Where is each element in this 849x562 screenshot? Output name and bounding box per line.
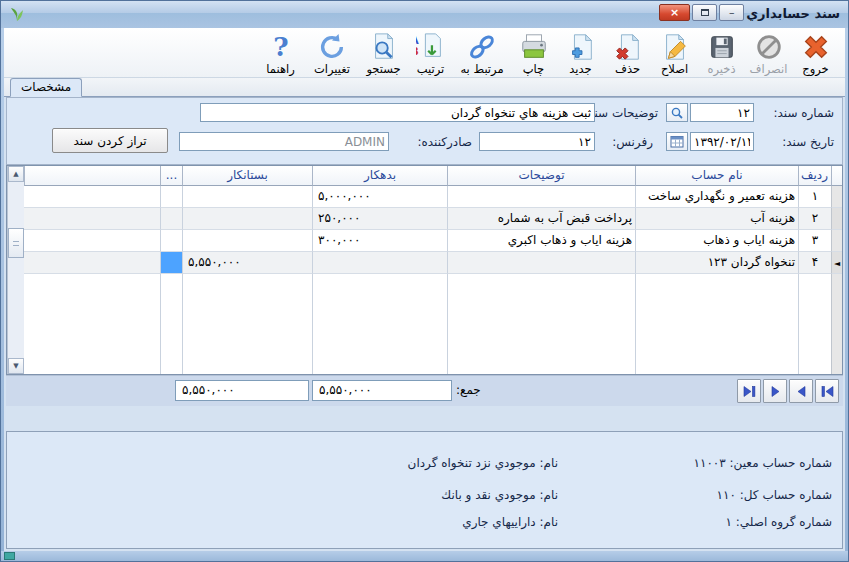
minimize-button[interactable]: – — [719, 4, 744, 21]
kol-account-name: نام: موجودي نقد و بانك — [441, 488, 558, 502]
svg-text:?: ? — [273, 32, 288, 62]
credit-cell[interactable] — [182, 186, 312, 208]
credit-cell[interactable] — [182, 230, 312, 252]
nav-last-icon — [743, 386, 756, 397]
column-header-description[interactable]: توضيحات — [447, 166, 635, 186]
account-cell[interactable]: هزينه تعمير و نگهداري ساخت — [635, 186, 798, 208]
column-header-debit[interactable]: بدهكار — [312, 166, 447, 186]
exit-button[interactable]: خروج — [792, 30, 839, 76]
changes-button[interactable]: تغييرات — [304, 30, 360, 76]
grid-header-row: رديف نام حساب توضيحات بدهكار بستانكار ..… — [24, 166, 842, 186]
related-to-button[interactable]: مرتبط به — [454, 30, 510, 76]
cancel-icon — [754, 32, 784, 62]
row-selector[interactable] — [831, 230, 842, 252]
title-bar[interactable]: سند حسابداري – × — [1, 1, 848, 28]
scroll-up-button[interactable]: ▲ — [8, 166, 24, 182]
tab-specifications[interactable]: مشخصات — [10, 78, 82, 97]
debit-cell[interactable] — [312, 252, 447, 274]
column-header-credit[interactable]: بستانكار — [182, 166, 312, 186]
table-row-2: ۲ هزينه آب پرداخت قبض آب به شماره ۲۵۰,۰۰… — [24, 208, 842, 230]
row-number-cell[interactable]: ۱ — [798, 186, 831, 208]
selector-column-header — [831, 166, 842, 186]
maximize-button[interactable] — [692, 4, 717, 21]
scroll-down-button[interactable]: ▼ — [8, 358, 24, 374]
row-number-cell[interactable]: ۳ — [798, 230, 831, 252]
more-cell[interactable] — [160, 230, 182, 252]
delete-button[interactable]: حذف — [604, 30, 651, 76]
save-button[interactable]: ذخيره — [698, 30, 745, 76]
doc-date-input[interactable] — [690, 132, 754, 151]
issuer-input[interactable] — [179, 132, 389, 151]
edit-button[interactable]: اصلاح — [651, 30, 698, 76]
account-cell[interactable]: هزينه اياب و ذهاب — [635, 230, 798, 252]
row-selector[interactable] — [831, 208, 842, 230]
entries-grid: ▲ ▼ رديف نام حساب توضيحات بدهكار بستانكا… — [6, 165, 843, 375]
moein-account-number: شماره حساب معين: ۱۱۰۰۳ — [693, 456, 832, 470]
main-group-name: نام: داراييهاي جاري — [462, 515, 558, 529]
resize-grip[interactable] — [4, 552, 15, 560]
doc-description-label: توضيحات سند: — [584, 103, 658, 123]
new-button[interactable]: جديد — [557, 30, 604, 76]
reference-input[interactable] — [479, 132, 595, 151]
account-cell[interactable]: هزينه آب — [635, 208, 798, 230]
debit-cell[interactable]: ۵,۰۰۰,۰۰۰ — [312, 186, 447, 208]
description-cell[interactable]: هزينه اياب و ذهاب اكبري — [447, 230, 635, 252]
column-header-more[interactable]: ... — [160, 166, 182, 186]
svg-text:B: B — [416, 45, 419, 58]
description-cell[interactable] — [447, 186, 635, 208]
search-icon — [369, 32, 399, 62]
accounting-voucher-window: سند حسابداري – × خروج انصراف — [0, 0, 849, 562]
credit-cell[interactable] — [182, 208, 312, 230]
account-cell[interactable]: تنخواه گردان ۱۲۳ — [635, 252, 798, 274]
doc-description-input[interactable] — [200, 103, 595, 122]
grid-vertical-scrollbar[interactable]: ▲ ▼ — [7, 166, 24, 374]
close-button[interactable]: × — [659, 4, 690, 21]
search-button[interactable]: جستجو — [360, 30, 407, 76]
balance-voucher-button[interactable]: تراز كردن سند — [52, 128, 168, 153]
scroll-down-icon: ▼ — [13, 362, 18, 370]
main-group-number: شماره گروه اصلي: ۱ — [725, 515, 832, 529]
client-area: خروج انصراف ذخيره اصلاح — [4, 28, 845, 551]
more-cell[interactable] — [160, 208, 182, 230]
link-chain-icon — [467, 32, 497, 62]
new-document-icon — [566, 32, 596, 62]
delete-icon — [613, 32, 643, 62]
print-button[interactable]: چاپ — [510, 30, 557, 76]
description-cell[interactable] — [447, 252, 635, 274]
cancel-button[interactable]: انصراف — [745, 30, 792, 76]
help-icon: ? — [266, 32, 296, 62]
window-bottom-frame — [1, 551, 848, 561]
nav-last-button[interactable] — [737, 379, 761, 403]
credit-cell[interactable]: ۵,۵۵۰,۰۰۰ — [182, 252, 312, 274]
more-cell[interactable] — [160, 186, 182, 208]
nav-next-icon — [770, 386, 781, 397]
column-header-row[interactable]: رديف — [798, 166, 831, 186]
doc-number-label: شماره سند: — [773, 103, 834, 123]
debit-total-box: ۵,۵۵۰,۰۰۰ — [312, 380, 452, 401]
debit-cell[interactable]: ۲۵۰,۰۰۰ — [312, 208, 447, 230]
row-selector[interactable] — [831, 186, 842, 208]
calendar-button[interactable] — [666, 132, 688, 151]
exit-icon — [801, 32, 831, 62]
row-number-cell[interactable]: ۲ — [798, 208, 831, 230]
nav-previous-button[interactable] — [789, 379, 813, 403]
debit-cell[interactable]: ۳۰۰,۰۰۰ — [312, 230, 447, 252]
description-cell[interactable]: پرداخت قبض آب به شماره — [447, 208, 635, 230]
voucher-form-panel: شماره سند: توضيحات سند: تاريخ سند: رفرنس… — [6, 97, 843, 165]
window-title: سند حسابداري — [746, 4, 840, 21]
nav-first-icon — [821, 386, 834, 397]
scrollbar-thumb[interactable] — [8, 228, 24, 258]
doc-number-input[interactable] — [690, 103, 754, 122]
app-leaf-icon — [9, 6, 25, 22]
current-row-selector[interactable]: ◄ — [831, 252, 842, 274]
sort-button[interactable]: AB ترتيب — [407, 30, 454, 76]
help-button[interactable]: ? راهنما — [257, 30, 304, 76]
account-lookup-button[interactable] — [666, 103, 688, 122]
nav-first-button[interactable] — [815, 379, 839, 403]
nav-next-button[interactable] — [763, 379, 787, 403]
row-number-cell[interactable]: ۴ — [798, 252, 831, 274]
selected-cell[interactable] — [160, 252, 182, 274]
printer-icon — [519, 32, 549, 62]
column-header-account[interactable]: نام حساب — [635, 166, 798, 186]
maximize-icon — [701, 9, 709, 16]
